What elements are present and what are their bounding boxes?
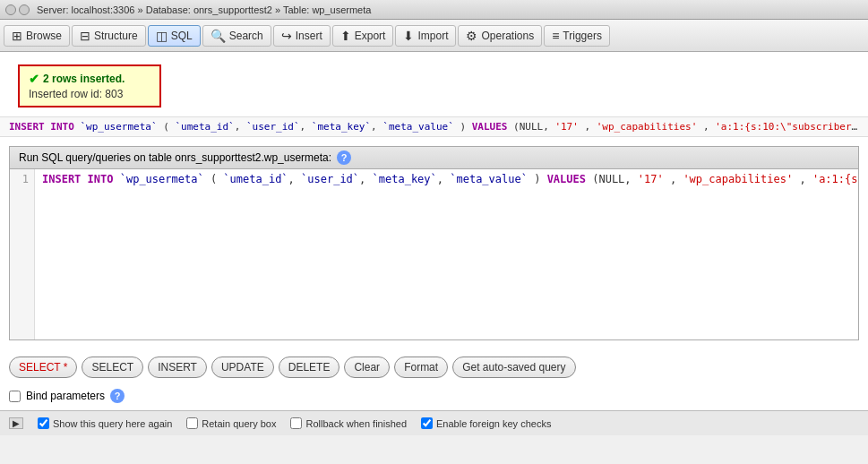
operations-label: Operations: [481, 30, 534, 42]
sql-button[interactable]: ◫ SQL: [148, 25, 201, 47]
format-button[interactable]: Format: [394, 357, 448, 378]
window-icon: [5, 4, 16, 15]
import-button[interactable]: ⬇ Import: [395, 25, 456, 47]
bottom-options-bar: ▶ Show this query here again Retain quer…: [0, 410, 868, 435]
structure-label: Structure: [94, 30, 138, 42]
content-area: ✔ 2 rows inserted. Inserted row id: 803 …: [0, 52, 868, 410]
rollback-checkbox[interactable]: [290, 417, 302, 429]
fk-checks-text: Enable foreign key checks: [436, 418, 551, 429]
fk-checks-checkbox[interactable]: [421, 417, 433, 429]
line-numbers: 1: [10, 169, 35, 339]
show-query-label[interactable]: Show this query here again: [38, 417, 172, 429]
sql-table-name: `wp_usermeta`: [80, 121, 157, 133]
check-icon: ✔: [29, 72, 39, 86]
success-box: ✔ 2 rows inserted. Inserted row id: 803: [18, 64, 161, 107]
insert-query-button[interactable]: INSERT: [148, 357, 207, 378]
bind-params-row: Bind parameters ?: [0, 385, 868, 410]
update-button[interactable]: UPDATE: [211, 357, 274, 378]
get-autosaved-button[interactable]: Get auto-saved query: [452, 357, 575, 378]
success-message: 2 rows inserted.: [43, 73, 125, 85]
delete-button[interactable]: DELETE: [279, 357, 340, 378]
query-buttons-row: SELECT * SELECT INSERT UPDATE DELETE Cle…: [0, 349, 868, 385]
search-label: Search: [229, 30, 263, 42]
sql-icon: ◫: [156, 29, 168, 43]
bind-params-help-icon[interactable]: ?: [110, 389, 125, 403]
retain-query-label[interactable]: Retain query box: [186, 417, 276, 429]
export-icon: ⬆: [340, 29, 351, 43]
bind-params-label: Bind parameters: [26, 390, 105, 402]
retain-query-checkbox[interactable]: [186, 417, 198, 429]
editor-keyword: INSERT INTO: [42, 173, 113, 185]
select-star-button[interactable]: SELECT *: [9, 357, 77, 378]
sql-insert-keyword: INSERT INTO: [9, 121, 74, 133]
editor-content[interactable]: INSERT INTO `wp_usermeta` ( `umeta_id`, …: [35, 169, 858, 339]
show-query-text: Show this query here again: [53, 418, 172, 429]
panel-title: Run SQL query/queries on table onrs_supp…: [19, 151, 331, 164]
insert-button[interactable]: ↪ Insert: [273, 25, 331, 47]
triggers-icon: ≡: [552, 29, 559, 43]
panel-help-icon[interactable]: ?: [337, 150, 351, 165]
operations-icon: ⚙: [466, 29, 477, 43]
panel-header: Run SQL query/queries on table onrs_supp…: [10, 147, 858, 169]
triggers-button[interactable]: ≡ Triggers: [544, 25, 610, 47]
success-detail: Inserted row id: 803: [29, 88, 150, 100]
star-icon: SELECT *: [19, 361, 67, 374]
export-label: Export: [355, 30, 386, 42]
select-button[interactable]: SELECT: [82, 357, 143, 378]
title-text: Server: localhost:3306 » Database: onrs_…: [37, 4, 371, 15]
rollback-text: Rollback when finished: [305, 418, 407, 429]
toolbar: ⊞ Browse ⊟ Structure ◫ SQL 🔍 Search ↪ In…: [0, 20, 868, 52]
insert-icon: ↪: [281, 29, 292, 43]
success-line1: ✔ 2 rows inserted.: [29, 72, 150, 86]
import-label: Import: [417, 30, 448, 42]
nav-arrow[interactable]: ▶: [9, 417, 23, 429]
sql-preview-line: INSERT INTO `wp_usermeta` ( `umeta_id`, …: [0, 116, 868, 137]
show-query-checkbox[interactable]: [38, 417, 49, 429]
import-icon: ⬇: [403, 29, 414, 43]
bind-params-checkbox[interactable]: [9, 391, 21, 402]
triggers-label: Triggers: [563, 30, 602, 42]
search-button[interactable]: 🔍 Search: [202, 25, 271, 47]
title-bar: Server: localhost:3306 » Database: onrs_…: [0, 0, 868, 20]
browse-button[interactable]: ⊞ Browse: [4, 25, 70, 47]
sql-editor-panel: Run SQL query/queries on table onrs_supp…: [9, 146, 859, 340]
window-icon2: [19, 4, 30, 15]
success-section: ✔ 2 rows inserted. Inserted row id: 803: [0, 52, 868, 116]
sql-label: SQL: [171, 30, 193, 42]
window-controls: [5, 4, 30, 15]
insert-label: Insert: [296, 30, 322, 42]
browse-icon: ⊞: [12, 29, 22, 43]
rollback-label[interactable]: Rollback when finished: [290, 417, 407, 429]
search-icon: 🔍: [211, 29, 226, 43]
export-button[interactable]: ⬆ Export: [332, 25, 394, 47]
fk-checks-label[interactable]: Enable foreign key checks: [421, 417, 551, 429]
structure-icon: ⊟: [80, 29, 90, 43]
retain-query-text: Retain query box: [202, 418, 276, 429]
sql-editor[interactable]: 1 INSERT INTO `wp_usermeta` ( `umeta_id`…: [10, 169, 858, 339]
structure-button[interactable]: ⊟ Structure: [72, 25, 146, 47]
browse-label: Browse: [26, 30, 62, 42]
line-number-1: 1: [15, 173, 29, 185]
operations-button[interactable]: ⚙ Operations: [458, 25, 542, 47]
clear-button[interactable]: Clear: [344, 357, 390, 378]
